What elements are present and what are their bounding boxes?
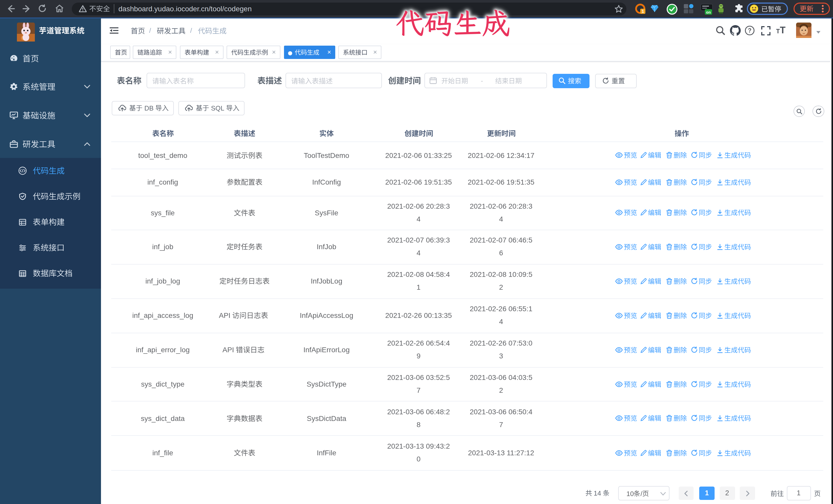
svg-text:1: 1 [642,9,644,14]
svg-text:?: ? [748,27,752,34]
svg-text:on: on [706,10,711,14]
